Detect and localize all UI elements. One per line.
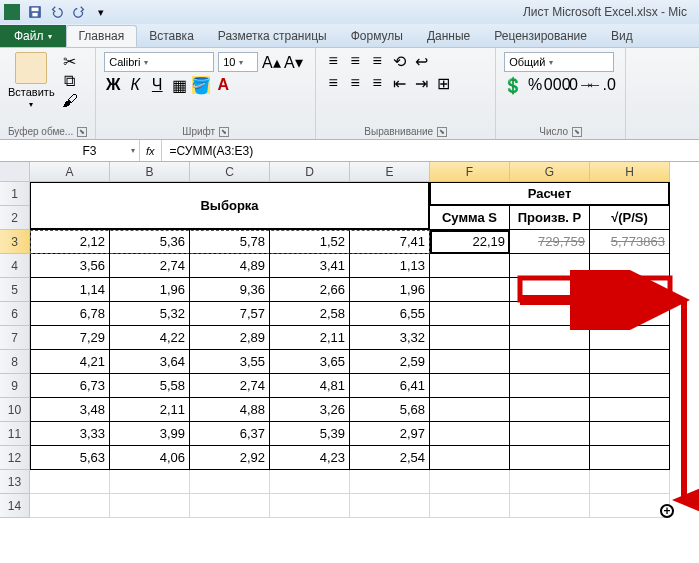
cell[interactable]: 4,06 xyxy=(110,446,190,470)
cell[interactable] xyxy=(30,494,110,518)
cell[interactable] xyxy=(430,494,510,518)
tab-page-layout[interactable]: Разметка страницы xyxy=(206,25,339,47)
save-icon[interactable] xyxy=(26,3,44,21)
cell[interactable]: 2,74 xyxy=(110,254,190,278)
merge-icon[interactable]: ⊞ xyxy=(434,74,452,92)
border-icon[interactable]: ▦ xyxy=(170,76,188,94)
cell[interactable]: 5,58 xyxy=(110,374,190,398)
tab-formulas[interactable]: Формулы xyxy=(339,25,415,47)
increase-indent-icon[interactable]: ⇥ xyxy=(412,74,430,92)
cell[interactable]: 729,759 xyxy=(510,230,590,254)
cell[interactable]: 4,88 xyxy=(190,398,270,422)
col-header-D[interactable]: D xyxy=(270,162,350,182)
underline-icon[interactable]: Ч xyxy=(148,76,166,94)
cell[interactable] xyxy=(270,470,350,494)
cell[interactable]: 9,36 xyxy=(190,278,270,302)
cell[interactable]: 4,81 xyxy=(270,374,350,398)
decrease-indent-icon[interactable]: ⇤ xyxy=(390,74,408,92)
align-right-icon[interactable]: ≡ xyxy=(368,74,386,92)
cell[interactable]: 2,97 xyxy=(350,422,430,446)
cell[interactable] xyxy=(430,446,510,470)
cell[interactable] xyxy=(510,398,590,422)
cell[interactable] xyxy=(430,470,510,494)
cell[interactable]: 5,63 xyxy=(30,446,110,470)
cell[interactable]: Сумма S xyxy=(430,206,510,230)
font-size-combo[interactable]: 10▾ xyxy=(218,52,258,72)
cell[interactable]: 5,36 xyxy=(110,230,190,254)
row-header-9[interactable]: 9 xyxy=(0,374,30,398)
cell[interactable]: Произв. P xyxy=(510,206,590,230)
cell[interactable] xyxy=(510,254,590,278)
cell[interactable] xyxy=(510,278,590,302)
cell[interactable] xyxy=(430,422,510,446)
orientation-icon[interactable]: ⟲ xyxy=(390,52,408,70)
cell[interactable] xyxy=(510,326,590,350)
cell[interactable]: 2,89 xyxy=(190,326,270,350)
cell[interactable]: 3,56 xyxy=(30,254,110,278)
cell[interactable] xyxy=(110,470,190,494)
cell[interactable]: 2,58 xyxy=(270,302,350,326)
cell[interactable]: 4,21 xyxy=(30,350,110,374)
cell[interactable]: 3,26 xyxy=(270,398,350,422)
cell[interactable] xyxy=(190,494,270,518)
col-header-F[interactable]: F xyxy=(430,162,510,182)
cell[interactable]: 2,54 xyxy=(350,446,430,470)
cell[interactable]: 3,48 xyxy=(30,398,110,422)
cell[interactable]: 7,29 xyxy=(30,326,110,350)
cell[interactable] xyxy=(590,278,670,302)
font-name-combo[interactable]: Calibri▾ xyxy=(104,52,214,72)
cell[interactable] xyxy=(350,494,430,518)
name-box[interactable]: F3▾ xyxy=(40,140,140,161)
cell[interactable] xyxy=(590,398,670,422)
currency-icon[interactable]: 💲 xyxy=(504,76,522,94)
bold-icon[interactable]: Ж xyxy=(104,76,122,94)
alignment-launcher[interactable]: ⬊ xyxy=(437,127,447,137)
row-header-5[interactable]: 5 xyxy=(0,278,30,302)
cell[interactable] xyxy=(430,302,510,326)
row-header-14[interactable]: 14 xyxy=(0,494,30,518)
cell[interactable]: 1,52 xyxy=(270,230,350,254)
comma-icon[interactable]: 000 xyxy=(548,76,566,94)
cell[interactable] xyxy=(190,470,270,494)
cell[interactable] xyxy=(270,494,350,518)
cell[interactable]: 3,33 xyxy=(30,422,110,446)
cell[interactable]: 3,55 xyxy=(190,350,270,374)
col-header-H[interactable]: H xyxy=(590,162,670,182)
align-center-icon[interactable]: ≡ xyxy=(346,74,364,92)
font-launcher[interactable]: ⬊ xyxy=(219,127,229,137)
cell[interactable]: 1,96 xyxy=(350,278,430,302)
cell[interactable]: 4,89 xyxy=(190,254,270,278)
cell[interactable]: 5,39 xyxy=(270,422,350,446)
wrap-text-icon[interactable]: ↩ xyxy=(412,52,430,70)
sample-title-cell[interactable]: Выборка xyxy=(30,182,429,229)
align-left-icon[interactable]: ≡ xyxy=(324,74,342,92)
cell[interactable] xyxy=(590,302,670,326)
cell[interactable]: 3,32 xyxy=(350,326,430,350)
cell[interactable]: 2,59 xyxy=(350,350,430,374)
col-header-C[interactable]: C xyxy=(190,162,270,182)
col-header-G[interactable]: G xyxy=(510,162,590,182)
font-color-icon[interactable]: A xyxy=(214,76,232,94)
cell[interactable] xyxy=(350,470,430,494)
cell[interactable]: 5,68 xyxy=(350,398,430,422)
cell[interactable] xyxy=(590,326,670,350)
cell[interactable] xyxy=(510,302,590,326)
cell[interactable]: 2,11 xyxy=(270,326,350,350)
cell[interactable] xyxy=(510,446,590,470)
decrease-font-icon[interactable]: A▾ xyxy=(284,53,302,71)
cut-icon[interactable]: ✂ xyxy=(61,52,79,70)
cell[interactable]: 5,773863 xyxy=(590,230,670,254)
col-header-A[interactable]: A xyxy=(30,162,110,182)
number-launcher[interactable]: ⬊ xyxy=(572,127,582,137)
select-all-corner[interactable] xyxy=(0,162,30,182)
cell[interactable]: 2,12 xyxy=(30,230,110,254)
redo-icon[interactable] xyxy=(70,3,88,21)
row-header-4[interactable]: 4 xyxy=(0,254,30,278)
undo-icon[interactable] xyxy=(48,3,66,21)
align-top-icon[interactable]: ≡ xyxy=(324,52,342,70)
row-header-3[interactable]: 3 xyxy=(0,230,30,254)
italic-icon[interactable]: К xyxy=(126,76,144,94)
fill-color-icon[interactable]: 🪣 xyxy=(192,76,210,94)
copy-icon[interactable]: ⧉ xyxy=(61,72,79,90)
cell[interactable]: 6,37 xyxy=(190,422,270,446)
